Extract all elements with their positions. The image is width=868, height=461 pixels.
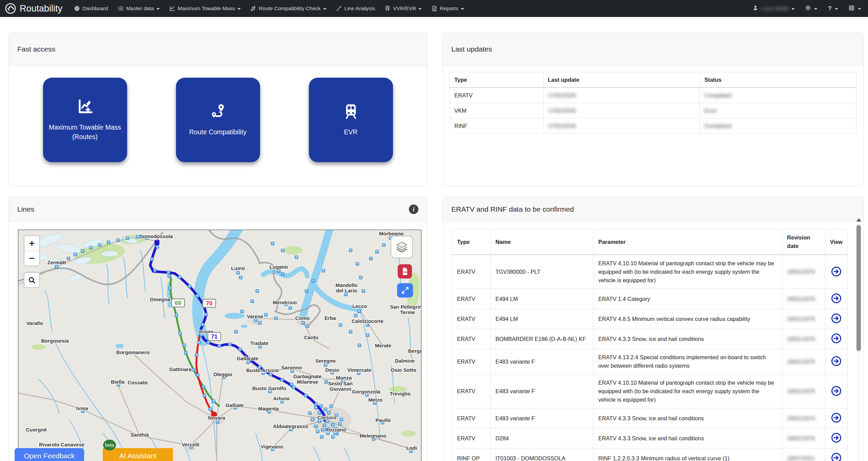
station-marker: [218, 345, 221, 348]
view-record-button[interactable]: [831, 412, 842, 424]
map-city-label: Corsico: [317, 415, 336, 420]
user-menu[interactable]: Luca Vitello: [752, 5, 795, 12]
eratv-table-wrap: TypeNameParameterRevision dateView ERATV…: [452, 229, 848, 461]
map-search-button[interactable]: [24, 272, 40, 288]
route-origin-marker[interactable]: [155, 240, 159, 245]
record-revision-date: 19/01/1970: [782, 255, 825, 289]
map-green-area: [32, 344, 45, 350]
station-marker: [318, 411, 321, 415]
view-record-button[interactable]: [831, 433, 842, 444]
station-marker: [281, 379, 284, 382]
view-record-button[interactable]: [831, 386, 842, 397]
record-type: ERATV: [452, 255, 491, 289]
apps-menu[interactable]: [848, 5, 861, 13]
station-marker: [264, 313, 268, 316]
map-city-label: Rozzano: [325, 427, 346, 433]
table-scrollbar[interactable]: [856, 217, 861, 461]
ai-assistant-button[interactable]: AI Assistant: [103, 448, 173, 461]
nav-item-line-analysis[interactable]: Line Analysis: [332, 0, 379, 17]
eratv-rinf-table: TypeNameParameterRevision dateView ERATV…: [452, 229, 848, 461]
station-marker: [277, 270, 280, 273]
station-marker: [340, 418, 343, 421]
map-city-label: Varese: [247, 313, 263, 319]
map-city-label: Lugano: [270, 264, 288, 270]
station-marker: [98, 244, 101, 247]
top-navbar: Routability DashboardMaster dataMaximum …: [0, 0, 868, 17]
question-icon: ?: [828, 5, 832, 12]
scrollbar-thumb[interactable]: [856, 225, 861, 351]
app-brand[interactable]: Routability: [5, 3, 62, 14]
open-feedback-button[interactable]: Open Feedback: [15, 448, 84, 461]
record-revision-date: 19/01/1970: [782, 349, 825, 374]
nav-item-dashboard[interactable]: Dashboard: [70, 0, 112, 17]
station-marker: [239, 276, 242, 279]
layers-icon: [395, 240, 409, 254]
map-city-label: Lodi: [406, 445, 417, 451]
zoom-in-button[interactable]: +: [24, 236, 39, 251]
record-type: ERATV: [452, 329, 491, 349]
svg-text:PDF: PDF: [403, 271, 408, 273]
station-marker: [192, 368, 195, 371]
station-marker: [330, 405, 333, 408]
settings-menu[interactable]: [805, 5, 817, 12]
view-record-button[interactable]: [831, 453, 842, 461]
station-marker: [74, 253, 77, 256]
station-marker: [151, 258, 154, 261]
update-status: Error: [700, 103, 856, 118]
nav-item-label: VVR/EVR: [393, 5, 416, 12]
station-marker: [358, 344, 361, 347]
route-icon: [250, 5, 256, 12]
nav-item-vvr-evr[interactable]: VVR/EVR: [380, 0, 426, 17]
station-marker: [196, 294, 199, 297]
view-record-button[interactable]: [831, 333, 842, 345]
station-marker: [305, 290, 308, 293]
station-marker: [169, 287, 172, 290]
view-record-button[interactable]: [831, 356, 842, 367]
table-row: ERATVE483 variante FERATV 4.10.10 Materi…: [452, 374, 848, 408]
record-revision-date: 19/01/1970: [782, 289, 825, 309]
map-city-label: Mandellodel Lario: [335, 282, 357, 293]
nav-item-master-data[interactable]: Master data: [114, 0, 164, 17]
station-marker: [325, 381, 328, 384]
station-marker: [290, 383, 293, 386]
station-marker: [304, 394, 308, 397]
update-type: VKM: [450, 103, 544, 118]
record-type: ERATV: [452, 408, 491, 428]
nav-item-route-compatibility-check[interactable]: Route Compatibility Check: [246, 0, 331, 17]
map-export-pdf-button[interactable]: PDF: [398, 264, 412, 278]
station-marker: [302, 322, 305, 325]
nav-item-maximum-towable-mass[interactable]: Maximum Towable Mass: [165, 0, 245, 17]
info-icon[interactable]: i: [409, 205, 418, 214]
search-icon: [28, 276, 36, 284]
record-type: ERATV: [452, 309, 491, 329]
scrollbar-up-arrow[interactable]: [856, 218, 861, 222]
map-fullscreen-button[interactable]: [397, 283, 413, 297]
record-type: ERATV: [452, 349, 491, 374]
fast-access-maximum-towable-mass-button[interactable]: Maximum Towable Mass(Routes): [43, 78, 127, 162]
station-marker: [201, 323, 204, 326]
fast-access-evr-button[interactable]: EVR: [309, 78, 393, 162]
map-city-label: Gallarate: [237, 356, 258, 361]
record-parameter: RINF 1.2.2.0.3.3 Minimum radius of verti…: [593, 448, 782, 461]
view-record-button[interactable]: [831, 293, 842, 305]
map-city-label: Rivarolo Canavese: [39, 442, 84, 447]
panel-title: ERATV and RINF data to be confirmed: [451, 205, 574, 213]
pdf-icon: PDF: [400, 267, 409, 276]
station-marker: [324, 408, 327, 411]
help-menu[interactable]: ?: [828, 5, 838, 12]
nav-item-reports[interactable]: Reports: [427, 0, 468, 17]
fast-access-route-compatibility-button[interactable]: Route Compatibility: [176, 78, 260, 162]
station-marker: [179, 332, 182, 335]
station-marker: [126, 237, 129, 240]
table-row: ERATVBOMBARDIER E186 (D-A-B-NL) KFERATV …: [452, 329, 848, 349]
lines-map[interactable]: ZermattDomodossolaMorbegnoLuinoLuganoMen…: [18, 230, 421, 461]
record-type: ERATV: [452, 374, 491, 408]
zoom-out-button[interactable]: −: [24, 251, 39, 266]
map-layers-button[interactable]: [391, 236, 413, 258]
view-record-button[interactable]: [831, 313, 842, 325]
station-marker: [315, 425, 318, 428]
column-header: Name: [491, 229, 593, 255]
map-city-label: Tradate: [250, 340, 268, 346]
map-city-label: Cantù: [304, 334, 319, 340]
view-record-button[interactable]: [831, 266, 842, 278]
